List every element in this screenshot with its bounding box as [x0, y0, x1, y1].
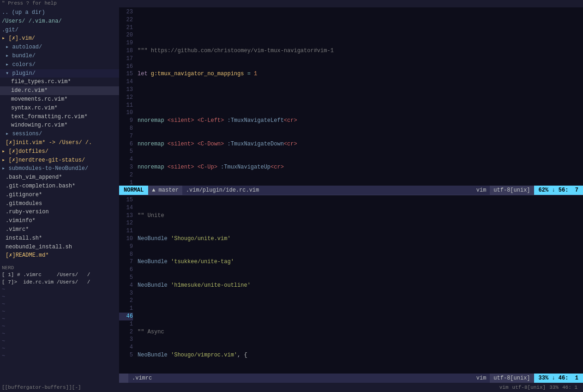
- sidebar-item-readme[interactable]: [✗]README.md*: [0, 251, 119, 260]
- tilde-1: ~: [0, 286, 119, 293]
- code-content-top[interactable]: """ https://github.com/christoomey/vim-t…: [136, 7, 583, 186]
- code-line: let g:tmux_navigator_no_mappings = 1: [138, 70, 583, 78]
- pane-top[interactable]: 23 22 21 20 19 18 17 16 15 14 13 12 11 1…: [119, 7, 583, 195]
- code-line: NeoBundle 'tsukkee/unite-tag': [138, 258, 583, 266]
- code-line: NeoBundle 'Shougo/vimproc.vim', {: [138, 351, 583, 359]
- sidebar-item-vimrc[interactable]: .vimrc*: [0, 225, 119, 234]
- status-position-top: 62% ↓ 56: 7: [534, 186, 583, 195]
- line-numbers-bottom: 15 14 13 12 11 10 9 8 7 6 5 4 3 2 1 46: [119, 195, 136, 374]
- bottom-bar-position: 33%: [549, 385, 559, 390]
- code-line: [138, 305, 583, 313]
- status-right-top: vim utf-8[unix] 62% ↓ 56: 7: [473, 186, 583, 195]
- sidebar-item-dotfiles[interactable]: ▸ [✗]dotfiles/: [0, 147, 119, 156]
- help-bar: " Press ? for help: [0, 0, 583, 7]
- sidebar-item-gitignore[interactable]: .gitignore*: [0, 191, 119, 199]
- status-mode-bottom: [119, 374, 128, 383]
- sidebar-item-viminfo[interactable]: .viminfo*: [0, 217, 119, 225]
- sidebar-item-bundle[interactable]: ▸ bundle/: [0, 52, 119, 60]
- status-encoding-bottom: utf-8[unix]: [490, 374, 534, 383]
- sidebar-item-git-completion[interactable]: .git-completion.bash*: [0, 182, 119, 191]
- status-right-bottom: vim utf-8[unix] 33% ↓ 46: 1: [473, 374, 583, 383]
- code-content-bottom[interactable]: "" Unite NeoBundle 'Shougo/unite.vim' Ne…: [136, 195, 583, 374]
- sidebar-item-root[interactable]: /Users/ /.vim.ana/: [0, 17, 119, 26]
- status-branch: ▲ master: [148, 186, 182, 195]
- code-line: nnoremap <silent> <C-Left> :TmuxNavigate…: [138, 117, 583, 125]
- buffer-list-1[interactable]: [ 1] # .vimrc /Users/ /: [0, 271, 119, 278]
- bottom-bar-filetype: vim: [499, 385, 509, 390]
- status-filetype-top: vim: [473, 186, 490, 195]
- sidebar-item-neobundle-install[interactable]: neobundle_install.sh: [0, 243, 119, 252]
- sidebar-item-vim[interactable]: ▸ [✗].vim/: [0, 34, 119, 43]
- buffer-list-7[interactable]: [ 7]> ide.rc.vim /Users/ /: [0, 278, 119, 286]
- code-area-bottom[interactable]: 15 14 13 12 11 10 9 8 7 6 5 4 3 2 1 46: [119, 195, 583, 374]
- status-position-bottom: 33% ↓ 46: 1: [534, 374, 583, 383]
- tilde-8: ~: [0, 338, 119, 345]
- sidebar-item-init-vim[interactable]: [✗]init.vim* -> /Users/ /.: [0, 139, 119, 147]
- bottom-bar-encoding: utf-8[unix]: [509, 385, 550, 390]
- status-filepath-bottom: .vimrc: [128, 374, 473, 383]
- tilde-4: ~: [0, 308, 119, 315]
- status-encoding-top: utf-8[unix]: [490, 186, 534, 195]
- sidebar-item-autoload[interactable]: ▸ autoload/: [0, 43, 119, 52]
- tilde-6: ~: [0, 323, 119, 330]
- sidebar-item-file-types[interactable]: file_types.rc.vim*: [0, 78, 119, 86]
- sidebar-item-ide-rc[interactable]: ide.rc.vim*: [0, 86, 119, 95]
- bottom-bar: [[buffergator-buffers]][-] vim utf-8[uni…: [0, 383, 583, 392]
- help-text: " Press ? for help: [2, 0, 57, 6]
- sidebar-item-windowing[interactable]: windowing.rc.vim*: [0, 121, 119, 130]
- sidebar-item-up[interactable]: .. (up a dir): [0, 8, 119, 17]
- sidebar-item-nerdtree[interactable]: ▸ [✗]nerdtree-git-status/: [0, 156, 119, 165]
- sidebar-item-ruby-version[interactable]: .ruby-version: [0, 208, 119, 217]
- sidebar-item-plugin[interactable]: ▾ plugin/: [0, 69, 119, 78]
- code-line: NeoBundle 'h1mesuke/unite-outline': [138, 282, 583, 289]
- code-line: [138, 94, 583, 102]
- bottom-bar-buffergator: [[buffergator-buffers]][-]: [2, 385, 81, 390]
- status-bar-top: NORMAL ▲ master .vim/plugin/ide.rc.vim v…: [119, 186, 583, 195]
- sidebar-item-movements[interactable]: movements.rc.vim*: [0, 95, 119, 104]
- status-filepath-top: .vim/plugin/ide.rc.vim: [182, 186, 473, 195]
- sidebar-item-gitmodules[interactable]: .gitmodules: [0, 199, 119, 208]
- pane-bottom[interactable]: 15 14 13 12 11 10 9 8 7 6 5 4 3 2 1 46: [119, 195, 583, 383]
- code-line: NeoBundle 'Shougo/unite.vim': [138, 235, 583, 243]
- sidebar-item-colors[interactable]: ▸ colors/: [0, 60, 119, 69]
- sidebar-item-text-formatting[interactable]: text_formatting.rc.vim*: [0, 113, 119, 121]
- code-line: [138, 24, 583, 32]
- sidebar-item-git[interactable]: .git/: [0, 26, 119, 35]
- sidebar[interactable]: .. (up a dir) /Users/ /.vim.ana/ .git/ ▸…: [0, 7, 119, 383]
- line-numbers-top: 23 22 21 20 19 18 17 16 15 14 13 12 11 1…: [119, 7, 136, 186]
- bottom-bar-info: 46: 1: [559, 385, 581, 390]
- tilde-2: ~: [0, 293, 119, 301]
- sidebar-item-submodules[interactable]: ▸ submodules-to-NeoBundle/: [0, 164, 119, 173]
- nerd-label: NERD: [0, 265, 119, 271]
- tilde-5: ~: [0, 315, 119, 323]
- tilde-10: ~: [0, 352, 119, 360]
- status-mode-normal: NORMAL: [119, 186, 148, 195]
- tilde-3: ~: [0, 301, 119, 308]
- code-line: "" Unite: [138, 212, 583, 220]
- sidebar-item-sessions[interactable]: ▸ sessions/: [0, 130, 119, 139]
- code-line: nnoremap <silent> <C-Up> :TmuxNavigateUp…: [138, 163, 583, 171]
- code-area-top[interactable]: 23 22 21 20 19 18 17 16 15 14 13 12 11 1…: [119, 7, 583, 186]
- tilde-7: ~: [0, 330, 119, 338]
- sidebar-item-install[interactable]: install.sh*: [0, 234, 119, 243]
- sidebar-item-syntax[interactable]: syntax.rc.vim*: [0, 104, 119, 113]
- code-line: nnoremap <silent> <C-Down> :TmuxNavigate…: [138, 140, 583, 148]
- status-filetype-bottom: vim: [473, 374, 490, 383]
- editor-area: 23 22 21 20 19 18 17 16 15 14 13 12 11 1…: [119, 7, 583, 383]
- status-bar-bottom: .vimrc vim utf-8[unix] 33% ↓ 46: 1: [119, 374, 583, 383]
- tilde-9: ~: [0, 345, 119, 352]
- code-line: "" Async: [138, 328, 583, 336]
- main-area: .. (up a dir) /Users/ /.vim.ana/ .git/ ▸…: [0, 7, 583, 383]
- sidebar-item-bash-vim[interactable]: .bash_vim_append*: [0, 173, 119, 182]
- code-line: """ https://github.com/christoomey/vim-t…: [138, 47, 583, 55]
